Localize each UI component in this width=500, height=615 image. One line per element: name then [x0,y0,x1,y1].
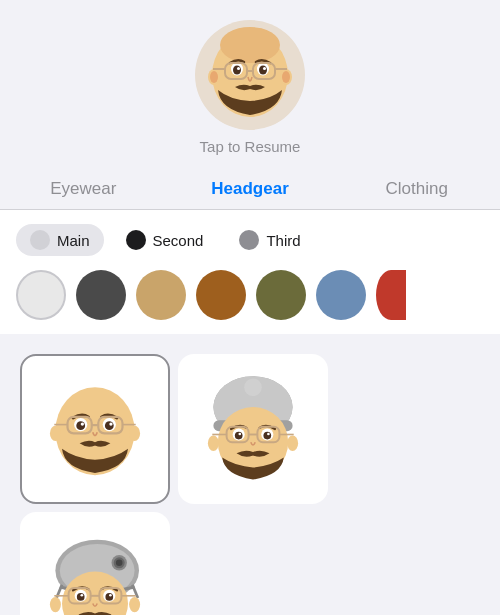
svg-point-37 [287,436,298,451]
swatch-brown[interactable] [196,270,246,320]
variant-third-dot [239,230,259,250]
svg-point-64 [109,594,112,597]
svg-point-40 [235,432,243,440]
svg-point-23 [105,421,114,430]
tab-headgear[interactable]: Headgear [167,169,334,209]
svg-point-10 [237,67,240,70]
svg-point-41 [263,432,271,440]
variant-pills: Main Second Third [16,224,484,256]
svg-point-8 [233,66,241,75]
swatch-olive[interactable] [256,270,306,320]
variant-third[interactable]: Third [225,224,314,256]
swatch-tan[interactable] [136,270,186,320]
svg-point-11 [263,67,266,70]
svg-point-42 [238,433,241,436]
headgear-item-none[interactable] [20,354,170,504]
svg-point-4 [210,71,218,83]
headgear-item-none-face [40,374,150,484]
svg-point-19 [129,426,140,441]
variant-second-label: Second [153,232,204,249]
svg-point-25 [109,422,112,425]
headgear-item-helmet[interactable] [20,512,170,615]
svg-point-53 [116,560,123,567]
svg-point-34 [244,378,262,396]
avatar-circle[interactable] [195,20,305,130]
svg-point-1 [220,27,280,63]
variant-main-dot [30,230,50,250]
variant-second-dot [126,230,146,250]
variant-main[interactable]: Main [16,224,104,256]
svg-point-36 [208,436,219,451]
svg-point-62 [105,593,113,601]
svg-point-5 [282,71,290,83]
headgear-item-beanie[interactable] [178,354,328,504]
svg-point-61 [77,593,85,601]
swatch-dark[interactable] [76,270,126,320]
color-swatches [16,270,484,324]
svg-point-18 [50,426,61,441]
svg-point-9 [259,66,267,75]
variant-section: Main Second Third [0,210,500,334]
variant-second[interactable]: Second [112,224,218,256]
variant-third-label: Third [266,232,300,249]
headgear-grid [0,334,500,615]
svg-point-63 [80,594,83,597]
svg-point-24 [81,422,84,425]
swatch-red[interactable] [376,270,406,320]
tap-to-resume-label[interactable]: Tap to Resume [200,138,301,155]
svg-point-58 [129,597,140,612]
headgear-item-helmet-face [40,532,150,615]
headgear-item-beanie-face [198,374,308,484]
tab-clothing[interactable]: Clothing [333,169,500,209]
variant-main-label: Main [57,232,90,249]
svg-point-43 [267,433,270,436]
category-tabs: Eyewear Headgear Clothing [0,169,500,210]
memoji-svg [200,25,300,125]
swatch-white[interactable] [16,270,66,320]
avatar-section: Tap to Resume [0,0,500,169]
swatch-blue[interactable] [316,270,366,320]
svg-point-57 [50,597,61,612]
svg-point-22 [76,421,85,430]
tab-eyewear[interactable]: Eyewear [0,169,167,209]
